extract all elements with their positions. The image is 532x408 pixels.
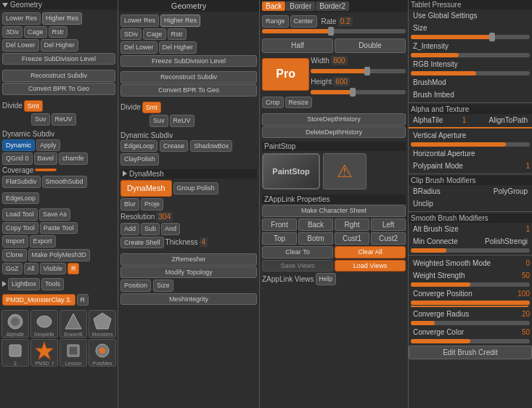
col2-group-polish-btn[interactable]: Group Polish — [173, 182, 218, 195]
tool-icon-2[interactable]: EraserB — [60, 310, 87, 338]
col1-reuv-btn[interactable]: ReUV — [52, 113, 76, 126]
col1-export-btn[interactable]: Export — [30, 235, 56, 248]
col1-import-btn[interactable]: Import — [2, 235, 28, 248]
col3-range-slider[interactable] — [262, 29, 406, 33]
col3-clear-all-btn[interactable]: Clear All — [335, 246, 406, 258]
col4-unclip-label[interactable]: Unclip — [411, 198, 435, 209]
col4-vertical-aperture-label[interactable]: Vertical Aperture — [411, 130, 468, 141]
col2-del-lower-btn[interactable]: Del Lower — [120, 41, 157, 54]
tool-icon-3[interactable]: Monsters — [89, 310, 116, 338]
col4-align-path-label[interactable]: AlignToPath — [487, 115, 530, 126]
col2-reconstruct-btn[interactable]: Reconstruct Subdiv — [120, 71, 257, 83]
col1-load-tool-btn[interactable]: Load Tool — [2, 208, 38, 221]
col2-shadowbox-btn[interactable]: ShadowBox — [190, 140, 232, 152]
col2-size-btn[interactable]: Size — [153, 280, 173, 292]
col3-border2-tab[interactable]: Border2 — [316, 1, 349, 11]
col2-crease-btn[interactable]: Crease — [160, 140, 188, 152]
col4-polygroup-label[interactable]: PolyGroup — [491, 186, 530, 197]
tool-icon-6[interactable]: Lesson — [60, 339, 87, 367]
col2-higher-res-btn[interactable]: Higher Res — [160, 15, 200, 27]
tool-icon-1[interactable]: SimpleBr — [30, 310, 58, 338]
col4-converge-col-slider[interactable] — [411, 339, 530, 343]
col1-clone-btn[interactable]: Clone — [2, 249, 27, 261]
col4-horizontal-aperture-label[interactable]: Horizontal Aperture — [411, 148, 478, 159]
col3-paintstop-btn[interactable]: PaintStop — [262, 153, 320, 189]
col1-paste-tool-btn[interactable]: Paste Tool — [40, 222, 78, 234]
col2-reuv-btn[interactable]: ReUV — [170, 115, 195, 127]
col4-converge-col-label[interactable]: Converge Color — [411, 327, 466, 338]
col1-lightbox-btn[interactable]: Lightbox — [8, 278, 40, 290]
col2-convert-bpr-btn[interactable]: Convert BPR To Geo — [120, 84, 257, 97]
col2-and-btn[interactable]: And — [161, 223, 180, 235]
col2-modify-topology-btn[interactable]: Modify Topology — [120, 266, 257, 279]
col3-load-views-btn[interactable]: Load Views — [335, 260, 406, 272]
col4-z-intensity-label[interactable]: Z_Intensity — [411, 41, 451, 52]
col2-add-btn[interactable]: Add — [120, 223, 139, 235]
col2-mesh-integrity-btn[interactable]: MeshIntegrity — [120, 293, 257, 306]
col3-top-btn[interactable]: Top — [262, 232, 297, 245]
col1-goz-btn[interactable]: GoZ — [2, 263, 22, 275]
col2-position-btn[interactable]: Position — [120, 280, 151, 292]
col4-alpha-tile-label[interactable]: AlphaTile — [411, 115, 445, 126]
col1-convert-bpr-btn[interactable]: Convert BPR To Geo — [2, 83, 115, 95]
tool-icon-4[interactable]: 2 — [1, 339, 29, 367]
col4-min-connecte-label[interactable]: Min Connecte — [411, 236, 460, 247]
col2-suv-btn[interactable]: Suv — [150, 115, 168, 127]
col1-apply-btn[interactable]: Apply — [36, 139, 60, 152]
col4-rgb-slider[interactable] — [411, 71, 530, 76]
col4-converge-pos-slider[interactable] — [411, 301, 530, 305]
col1-r-mini-btn[interactable]: R — [77, 294, 89, 306]
col1-del-higher-btn[interactable]: Del Higher — [41, 39, 79, 52]
col4-converge-rad-slider[interactable] — [411, 321, 530, 325]
col3-border-tab[interactable]: Border — [286, 1, 315, 11]
col1-del-lower-btn[interactable]: Del Lower — [2, 39, 39, 52]
col1-visible-btn[interactable]: Visible — [40, 263, 66, 275]
col3-resize-btn[interactable]: Resize — [285, 97, 313, 109]
col1-bevel-btn[interactable]: Bavel — [34, 152, 58, 165]
col1-dynamic-btn[interactable]: Dynamic — [2, 139, 35, 152]
col3-double-btn[interactable]: Double — [335, 38, 406, 53]
col4-polish-strengi-label[interactable]: PolishStrengi — [483, 236, 530, 247]
col3-left-btn[interactable]: Left — [371, 219, 406, 231]
col4-converge-rad-label[interactable]: Converge Radius — [411, 309, 471, 319]
col1-rstr-btn[interactable]: Rstr — [49, 26, 68, 38]
col3-center-btn[interactable]: Center — [290, 15, 317, 28]
col2-del-higher-btn[interactable]: Del Higher — [159, 41, 197, 54]
col2-sub-btn[interactable]: Sub — [141, 223, 160, 235]
col2-cage-btn[interactable]: Cage — [143, 28, 166, 41]
col1-save-as-btn[interactable]: Save As — [39, 208, 70, 221]
col4-size-slider[interactable] — [411, 35, 530, 39]
col4-min-slider[interactable] — [411, 248, 530, 253]
col1-cage-btn[interactable]: Cage — [24, 26, 47, 38]
col1-chamfe-btn[interactable]: chamfe — [59, 152, 88, 165]
col4-edit-brush-btn[interactable]: Edit Brush Credit — [409, 346, 532, 359]
tool-icon-7[interactable]: PolyMes — [89, 339, 116, 367]
col1-reconstruct-btn[interactable]: Reconstruct Subdiv — [2, 70, 115, 82]
col2-lower-res-btn[interactable]: Lower Res — [120, 15, 159, 27]
col2-blur-btn[interactable]: Blur — [120, 198, 139, 211]
col3-front-btn[interactable]: Front — [262, 219, 297, 231]
col1-smt-btn[interactable]: Smt — [24, 100, 43, 113]
col4-size-label[interactable]: Size — [411, 23, 429, 33]
col1-coverage-value[interactable] — [35, 168, 57, 171]
col1-r-btn[interactable]: R — [67, 263, 80, 275]
col2-sdiv-btn[interactable]: SDiv — [120, 28, 142, 41]
col2-zremesher-btn[interactable]: ZRemesher — [120, 253, 257, 266]
col1-suv-btn[interactable]: Suv — [31, 113, 50, 126]
col1-edgeloop-btn[interactable]: EdgeLoop — [2, 192, 39, 205]
col3-range-btn[interactable]: Range — [262, 15, 289, 28]
col3-width-slider[interactable] — [311, 69, 406, 73]
col2-dynamesh-btn[interactable]: DynaMesh — [120, 180, 172, 197]
col4-polypaint-label[interactable]: Polypaint Mode — [411, 160, 465, 171]
col3-half-btn[interactable]: Half — [262, 38, 333, 53]
col3-make-char-btn[interactable]: Make Character Sheet — [262, 205, 406, 217]
col1-lower-res-btn[interactable]: Lower Res — [2, 12, 41, 25]
col3-pro-btn[interactable]: Pro — [262, 58, 309, 90]
col3-store-depth-btn[interactable]: StoreDepthHistory — [262, 113, 406, 126]
col3-save-views-btn[interactable]: Save Views — [262, 260, 333, 272]
col3-rght-btn[interactable]: Rght — [335, 219, 369, 231]
col3-cust2-btn[interactable]: Cust2 — [371, 232, 406, 245]
col2-proje-btn[interactable]: Proje — [141, 198, 163, 211]
col4-brushmod-label[interactable]: BrushMod — [411, 77, 449, 88]
col1-sdiv-btn[interactable]: 3Div — [2, 26, 22, 38]
